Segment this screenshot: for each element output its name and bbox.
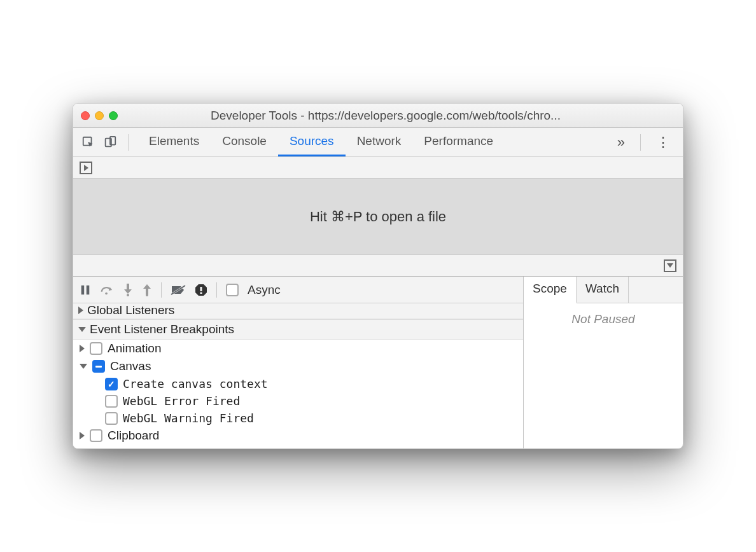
breakpoint-webgl-error-fired[interactable]: WebGL Error Fired [73,392,523,410]
step-out-icon[interactable] [142,284,152,296]
debugger-pane: Async Global Listeners Event Listener Br… [73,277,683,448]
divider [161,282,162,298]
debugger-left-panel: Async Global Listeners Event Listener Br… [73,277,524,448]
async-label: Async [248,283,281,297]
chevron-down-icon [78,327,86,332]
canvas-checkbox[interactable] [92,360,105,373]
tab-console[interactable]: Console [211,128,278,156]
webgl-warning-checkbox[interactable] [105,412,118,425]
zoom-window-button[interactable] [109,111,118,120]
debugger-right-panel: Scope Watch Not Paused [524,277,683,448]
scope-watch-tabs: Scope Watch [524,277,683,303]
step-into-icon[interactable] [123,284,133,296]
category-label: Canvas [110,359,151,373]
category-label: Clipboard [108,429,159,443]
pause-resume-icon[interactable] [80,284,91,296]
clipboard-checkbox[interactable] [90,429,102,442]
svg-rect-8 [146,288,148,294]
section-label: Global Listeners [87,303,174,317]
svg-rect-4 [87,285,90,294]
svg-point-5 [105,292,108,294]
device-toolbar-icon[interactable] [101,134,119,151]
close-window-button[interactable] [81,111,90,120]
chevron-down-icon [80,364,87,369]
sources-toolbar [73,157,683,179]
section-global-listeners[interactable]: Global Listeners [73,303,523,319]
webgl-error-checkbox[interactable] [105,395,118,408]
more-tabs-icon[interactable]: » [611,134,631,151]
pause-on-exceptions-icon[interactable] [195,284,207,296]
tab-performance[interactable]: Performance [412,128,505,156]
scope-body: Not Paused [524,303,683,448]
category-animation[interactable]: Animation [73,340,523,357]
traffic-lights [81,111,118,120]
breakpoint-label: Create canvas context [123,377,268,390]
window-title: Developer Tools - https://developers.goo… [128,109,675,123]
tab-watch[interactable]: Watch [577,277,629,303]
toggle-debugger-sidebar-icon[interactable] [664,259,676,272]
svg-point-9 [146,294,148,296]
breakpoint-label: WebGL Error Fired [123,394,240,408]
step-over-icon[interactable] [100,284,114,296]
debugger-toolbar: Async [73,277,523,303]
animation-checkbox[interactable] [90,342,102,355]
devtools-tabbar: Elements Console Sources Network Perform… [73,128,683,157]
minimize-window-button[interactable] [95,111,104,120]
svg-rect-12 [200,287,202,291]
tab-network[interactable]: Network [346,128,413,156]
tab-scope[interactable]: Scope [524,277,577,303]
chevron-right-icon [80,345,85,352]
inspect-element-icon[interactable] [80,134,97,151]
divider [216,282,217,298]
category-canvas[interactable]: Canvas [73,357,523,375]
svg-point-7 [127,294,129,296]
breakpoint-webgl-warning-fired[interactable]: WebGL Warning Fired [73,410,523,427]
async-checkbox[interactable] [226,284,239,296]
create-canvas-context-checkbox[interactable]: ✓ [105,378,118,390]
breakpoint-label: WebGL Warning Fired [123,411,254,425]
tab-elements[interactable]: Elements [137,128,211,156]
divider [128,134,129,151]
window-titlebar: Developer Tools - https://developers.goo… [73,104,683,128]
svg-rect-13 [200,292,202,294]
breakpoint-create-canvas-context[interactable]: ✓ Create canvas context [73,375,523,392]
svg-rect-3 [81,285,85,294]
deactivate-breakpoints-icon[interactable] [171,284,186,296]
panel-tabs: Elements Console Sources Network Perform… [137,128,505,156]
divider [640,134,641,151]
drawer-toggle-row [73,255,683,277]
breakpoint-tree: Global Listeners Event Listener Breakpoi… [73,303,523,448]
tab-sources[interactable]: Sources [278,128,346,156]
open-file-hint: Hit ⌘+P to open a file [73,179,683,255]
toggle-navigator-icon[interactable] [80,162,92,174]
settings-menu-icon[interactable]: ⋮ [650,134,676,151]
section-label: Event Listener Breakpoints [90,322,234,336]
category-clipboard[interactable]: Clipboard [73,427,523,445]
chevron-right-icon [80,432,85,439]
chevron-right-icon [78,307,83,314]
category-label: Animation [108,342,162,355]
svg-rect-6 [127,284,129,290]
section-event-listener-breakpoints[interactable]: Event Listener Breakpoints [73,319,523,340]
devtools-window: Developer Tools - https://developers.goo… [73,103,683,449]
